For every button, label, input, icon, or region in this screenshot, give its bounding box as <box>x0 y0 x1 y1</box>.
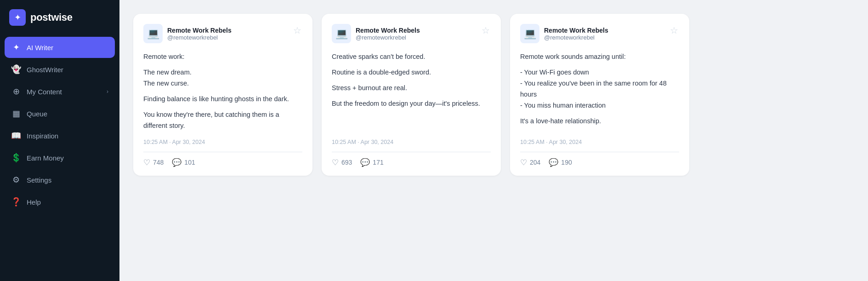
inspiration-label: Inspiration <box>27 132 58 140</box>
my-content-label: My Content <box>27 88 62 96</box>
card-2-star-button[interactable]: ☆ <box>481 24 491 37</box>
card-3-actions: ♡204💬190 <box>520 158 679 167</box>
card-text-paragraph: Remote work sounds amazing until: <box>520 52 679 63</box>
comment-icon: 💬 <box>360 158 370 167</box>
card-3-like-count: 204 <box>530 159 540 166</box>
card-3-user: 💻Remote Work Rebels@remoteworkrebel <box>520 24 608 43</box>
card-2-avatar: 💻 <box>332 24 351 43</box>
card-1-header: 💻Remote Work Rebels@remoteworkrebel☆ <box>143 24 302 43</box>
card-2-body: Creative sparks can't be forced.Routine … <box>332 52 491 132</box>
card-1-like-button[interactable]: ♡748 <box>143 158 164 167</box>
card-text-paragraph: Finding balance is like hunting ghosts i… <box>143 94 302 105</box>
sidebar-item-help[interactable]: ❓Help <box>5 191 115 212</box>
card-3-body: Remote work sounds amazing until:- Your … <box>520 52 679 132</box>
card-3-star-button[interactable]: ☆ <box>669 24 679 37</box>
settings-label: Settings <box>27 176 51 184</box>
card-3: 💻Remote Work Rebels@remoteworkrebel☆Remo… <box>510 14 689 176</box>
queue-label: Queue <box>27 110 47 118</box>
my-content-chevron: › <box>107 88 108 95</box>
card-1-star-button[interactable]: ☆ <box>292 24 302 37</box>
card-2-header: 💻Remote Work Rebels@remoteworkrebel☆ <box>332 24 491 43</box>
card-3-divider <box>520 152 679 152</box>
sidebar-item-ghostwriter[interactable]: 👻GhostWriter <box>5 59 115 80</box>
heart-icon: ♡ <box>332 158 339 167</box>
ghostwriter-icon: 👻 <box>11 64 21 75</box>
card-text-paragraph: Stress + burnout are real. <box>332 83 491 94</box>
ghostwriter-label: GhostWriter <box>27 66 63 74</box>
comment-icon: 💬 <box>549 158 558 167</box>
main-content: 💻Remote Work Rebels@remoteworkrebel☆Remo… <box>119 0 868 281</box>
card-2: 💻Remote Work Rebels@remoteworkrebel☆Crea… <box>322 14 501 176</box>
sidebar-item-ai-writer[interactable]: ✦AI Writer <box>5 37 115 58</box>
card-3-comment-button[interactable]: 💬190 <box>549 158 572 167</box>
card-text-paragraph: - Your Wi-Fi goes down - You realize you… <box>520 67 679 111</box>
card-text-paragraph: But the freedom to design your day—it's … <box>332 98 491 109</box>
card-2-user: 💻Remote Work Rebels@remoteworkrebel <box>332 24 420 43</box>
sidebar-item-queue[interactable]: ▦Queue <box>5 103 115 124</box>
ai-writer-label: AI Writer <box>27 44 53 52</box>
settings-icon: ⚙ <box>11 175 21 185</box>
card-1-timestamp: 10:25 AM · Apr 30, 2024 <box>143 139 302 145</box>
card-2-like-count: 693 <box>341 159 352 166</box>
logo: ✦ postwise <box>0 0 119 37</box>
card-2-user-handle: @remoteworkrebel <box>356 34 420 41</box>
card-1-user: 💻Remote Work Rebels@remoteworkrebel <box>143 24 232 43</box>
card-2-timestamp: 10:25 AM · Apr 30, 2024 <box>332 139 491 145</box>
card-3-user-name: Remote Work Rebels <box>544 27 608 34</box>
card-2-actions: ♡693💬171 <box>332 158 491 167</box>
card-1-avatar: 💻 <box>143 24 163 43</box>
comment-icon: 💬 <box>172 158 182 167</box>
card-1-user-info: Remote Work Rebels@remoteworkrebel <box>167 27 232 41</box>
card-3-comment-count: 190 <box>561 159 572 166</box>
card-2-comment-button[interactable]: 💬171 <box>360 158 383 167</box>
card-text-paragraph: You know they're there, but catching the… <box>143 109 302 132</box>
heart-icon: ♡ <box>520 158 527 167</box>
card-3-user-info: Remote Work Rebels@remoteworkrebel <box>544 27 608 41</box>
queue-icon: ▦ <box>11 109 21 119</box>
card-1-actions: ♡748💬101 <box>143 158 302 167</box>
card-3-header: 💻Remote Work Rebels@remoteworkrebel☆ <box>520 24 679 43</box>
card-1-like-count: 748 <box>153 159 164 166</box>
cards-container: 💻Remote Work Rebels@remoteworkrebel☆Remo… <box>133 14 854 176</box>
sidebar-item-my-content[interactable]: ⊕My Content› <box>5 81 115 102</box>
card-text-paragraph: Remote work: <box>143 52 302 63</box>
card-2-user-name: Remote Work Rebels <box>356 27 420 34</box>
ai-writer-icon: ✦ <box>11 42 21 52</box>
card-2-like-button[interactable]: ♡693 <box>332 158 352 167</box>
help-label: Help <box>27 198 41 206</box>
logo-text: postwise <box>30 11 73 23</box>
sidebar-item-settings[interactable]: ⚙Settings <box>5 169 115 190</box>
heart-icon: ♡ <box>143 158 150 167</box>
help-icon: ❓ <box>11 197 21 207</box>
inspiration-icon: 📖 <box>11 131 21 141</box>
sidebar: ✦ postwise ✦AI Writer👻GhostWriter⊕My Con… <box>0 0 119 281</box>
card-3-avatar: 💻 <box>520 24 539 43</box>
card-text-paragraph: Creative sparks can't be forced. <box>332 52 491 63</box>
card-1-user-handle: @remoteworkrebel <box>167 34 232 41</box>
my-content-icon: ⊕ <box>11 86 21 97</box>
card-text-paragraph: The new dream. The new curse. <box>143 67 302 89</box>
sidebar-nav: ✦AI Writer👻GhostWriter⊕My Content›▦Queue… <box>0 37 119 281</box>
sidebar-item-earn-money[interactable]: 💲Earn Money <box>5 147 115 168</box>
card-1-user-name: Remote Work Rebels <box>167 27 232 34</box>
logo-icon: ✦ <box>9 9 26 26</box>
card-text-paragraph: Routine is a double-edged sword. <box>332 67 491 78</box>
card-text-paragraph: It's a love-hate relationship. <box>520 116 679 127</box>
card-1: 💻Remote Work Rebels@remoteworkrebel☆Remo… <box>133 14 312 176</box>
earn-money-label: Earn Money <box>27 154 64 162</box>
sidebar-item-inspiration[interactable]: 📖Inspiration <box>5 125 115 146</box>
earn-money-icon: 💲 <box>11 153 21 163</box>
card-1-comment-button[interactable]: 💬101 <box>172 158 195 167</box>
card-2-divider <box>332 152 491 152</box>
card-3-like-button[interactable]: ♡204 <box>520 158 540 167</box>
card-1-divider <box>143 152 302 152</box>
card-3-timestamp: 10:25 AM · Apr 30, 2024 <box>520 139 679 145</box>
card-2-user-info: Remote Work Rebels@remoteworkrebel <box>356 27 420 41</box>
card-2-comment-count: 171 <box>373 159 383 166</box>
card-3-user-handle: @remoteworkrebel <box>544 34 608 41</box>
card-1-comment-count: 101 <box>184 159 195 166</box>
card-1-body: Remote work:The new dream. The new curse… <box>143 52 302 132</box>
